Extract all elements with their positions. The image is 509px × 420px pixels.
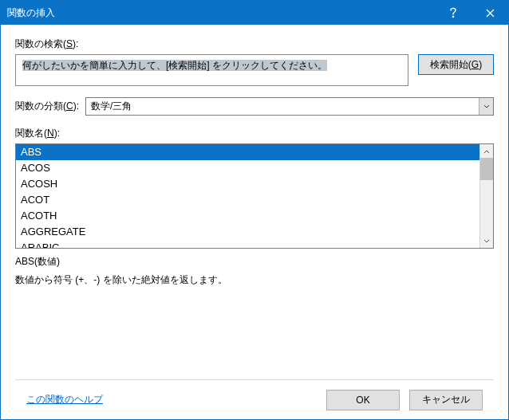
scroll-down-icon[interactable]	[480, 234, 493, 248]
category-select[interactable]: 数学/三角	[85, 97, 494, 116]
list-item[interactable]: ACOSH	[16, 176, 479, 192]
close-button[interactable]	[472, 1, 508, 25]
titlebar[interactable]: 関数の挿入	[1, 1, 508, 25]
insert-function-dialog: 関数の挿入 関数の検索(S): 何がしたいかを簡単に入力して、[検索開始] をク…	[0, 0, 509, 420]
search-label: 関数の検索(S):	[15, 37, 494, 51]
list-item[interactable]: ABS	[16, 144, 479, 160]
help-button[interactable]	[435, 1, 472, 25]
list-item[interactable]: ACOT	[16, 192, 479, 208]
scrollbar-thumb[interactable]	[480, 158, 493, 180]
function-list-label: 関数名(N):	[15, 127, 494, 140]
category-value: 数学/三角	[86, 98, 479, 115]
window-title: 関数の挿入	[7, 6, 435, 20]
ok-button[interactable]: OK	[326, 390, 400, 410]
list-item[interactable]: AGGREGATE	[16, 224, 479, 240]
help-link[interactable]: この関数のヘルプ	[26, 393, 317, 406]
search-start-button[interactable]: 検索開始(G)	[418, 54, 494, 75]
svg-point-0	[452, 16, 454, 18]
scrollbar[interactable]	[479, 144, 493, 248]
scroll-up-icon[interactable]	[480, 144, 493, 158]
search-input[interactable]: 何がしたいかを簡単に入力して、[検索開始] をクリックしてください。	[15, 54, 408, 86]
scrollbar-track[interactable]	[480, 158, 493, 234]
list-item[interactable]: ACOTH	[16, 208, 479, 224]
dialog-footer: この関数のヘルプ OK キャンセル	[15, 379, 494, 419]
function-listbox[interactable]: ABSACOSACOSHACOTACOTHAGGREGATEARABIC	[15, 143, 494, 249]
chevron-down-icon[interactable]	[479, 98, 493, 115]
list-item[interactable]: ACOS	[16, 160, 479, 176]
list-item[interactable]: ARABIC	[16, 240, 479, 248]
function-signature: ABS(数値)	[15, 255, 494, 269]
function-description: 数値から符号 (+、-) を除いた絶対値を返します。	[15, 273, 494, 287]
category-label: 関数の分類(C):	[15, 100, 79, 113]
cancel-button[interactable]: キャンセル	[409, 390, 483, 410]
